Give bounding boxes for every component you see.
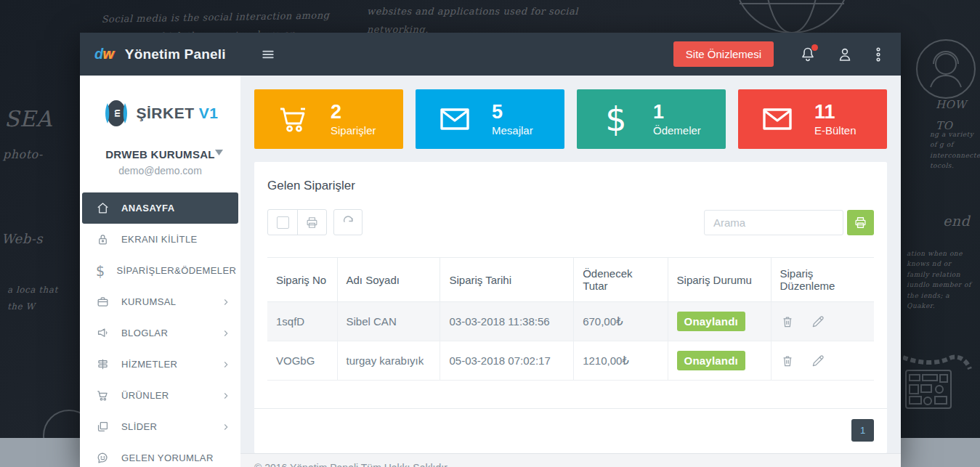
kebab-menu-icon[interactable] <box>873 46 883 63</box>
pagination: 1 <box>267 419 874 442</box>
site-preview-button[interactable]: Site Önizlemesi <box>673 41 774 67</box>
dw-logo[interactable]: dw <box>94 46 113 62</box>
chalk-note: ation when one knows nd or family relati… <box>907 248 973 311</box>
bulk-actions-group <box>267 209 327 235</box>
envelope-icon <box>437 102 472 137</box>
select-all-checkbox[interactable] <box>268 210 297 235</box>
chalk-note: a loca that the W <box>7 282 65 315</box>
chevron-right-icon <box>222 391 230 400</box>
print-button[interactable] <box>297 210 326 235</box>
sidebar-item-siparisler-odemeler[interactable]: $ SİPARİŞLER&ÖDEMELER <box>80 255 240 286</box>
main-content: 2 Siparişler 5 Mesajlar <box>240 76 901 467</box>
delete-icon[interactable] <box>780 314 795 329</box>
sidebar-item-ekrani-kilitle[interactable]: EKRANI KİLİTLE <box>80 224 240 255</box>
order-no-cell: 1sqfD <box>267 302 337 341</box>
date-cell: 03-03-2018 11:38:56 <box>440 302 574 341</box>
profile-email: demo@demo.com <box>80 165 240 176</box>
order-no-cell: VOGbG <box>267 341 337 381</box>
chevron-right-icon <box>222 360 230 369</box>
orders-table: Sipariş No Adı Soyadı Sipariş Tarihi Öde… <box>267 257 874 381</box>
col-edit: Sipariş Düzenleme <box>771 258 874 302</box>
sidebar-item-hizmetler[interactable]: HİZMETLER <box>80 349 240 380</box>
company-logo: m ŞİRKET V1 <box>80 76 240 137</box>
caret-down-icon <box>215 150 223 155</box>
chalk-note: Web-s <box>1 227 43 251</box>
chalk-note: photo- <box>3 144 43 166</box>
profile-dropdown[interactable]: DRWEB KURUMSAL demo@demo.com <box>80 137 240 190</box>
edit-icon[interactable] <box>811 314 825 329</box>
page-title: Yönetim Paneli <box>125 46 226 62</box>
chevron-right-icon <box>222 298 230 306</box>
checkbox[interactable] <box>277 216 289 229</box>
amount-cell: 1210,00₺ <box>574 341 668 381</box>
printer-icon <box>305 216 319 230</box>
stat-label: E-Bülten <box>814 124 857 137</box>
sidebar-item-gelen-yorumlar[interactable]: GELEN YORUMLAR <box>80 442 240 467</box>
chevron-right-icon <box>222 423 230 431</box>
status-badge: Onaylandı <box>677 351 745 370</box>
dashboard-cards: 2 Siparişler 5 Mesajlar <box>254 89 887 149</box>
orders-toolbar <box>267 209 874 235</box>
company-logo-icon: m <box>102 97 131 129</box>
stat-label: Siparişler <box>331 124 376 137</box>
comments-icon <box>96 451 110 465</box>
globe-sketch <box>726 0 857 36</box>
messages-stat-card[interactable]: 5 Mesajlar <box>416 89 564 149</box>
layers-icon <box>96 420 110 434</box>
lock-icon <box>96 232 110 246</box>
sidebar-toggle-icon[interactable] <box>261 47 275 62</box>
briefcase-icon <box>96 295 110 309</box>
stat-value: 11 <box>814 102 857 123</box>
support-person-sketch <box>912 36 980 102</box>
payments-stat-card[interactable]: $ 1 Ödemeler <box>577 89 726 149</box>
stat-label: Ödemeler <box>653 124 701 137</box>
orders-stat-card[interactable]: 2 Siparişler <box>254 89 403 149</box>
delete-icon[interactable] <box>780 354 795 368</box>
col-amount: Ödenecek Tutar <box>574 258 668 302</box>
refresh-button[interactable] <box>333 209 363 235</box>
notifications-bell-icon[interactable] <box>799 46 817 63</box>
col-name: Adı Soyadı <box>337 258 440 302</box>
sidebar-menu: ANASAYFA EKRANI KİLİTLE $ SİPARİŞLER&ÖDE… <box>80 192 240 467</box>
stat-value: 5 <box>492 102 533 123</box>
navbar-actions: Site Önizlemesi <box>673 41 883 67</box>
home-icon <box>96 201 110 215</box>
company-name: ŞİRKET V1 <box>136 105 218 122</box>
dollar-icon: $ <box>96 263 105 279</box>
name-cell: turgay karabıyık <box>337 341 440 381</box>
edit-icon[interactable] <box>811 354 825 368</box>
sidebar-item-urunler[interactable]: ÜRÜNLER <box>80 380 240 411</box>
status-badge: Onaylandı <box>677 312 745 331</box>
search-area <box>704 210 874 235</box>
refresh-icon <box>341 216 355 230</box>
print-export-button[interactable] <box>847 210 874 235</box>
cart-icon <box>276 102 311 137</box>
sidebar-item-slider[interactable]: SLİDER <box>80 411 240 442</box>
panel-title: Gelen Siparişler <box>267 179 874 193</box>
search-input[interactable] <box>704 210 843 235</box>
table-header-row: Sipariş No Adı Soyadı Sipariş Tarihi Öde… <box>267 258 874 302</box>
sidebar-item-bloglar[interactable]: BLOGLAR <box>80 317 240 349</box>
user-account-icon[interactable] <box>836 46 854 63</box>
page-button-1[interactable]: 1 <box>851 419 874 442</box>
sidebar-item-anasayfa[interactable]: ANASAYFA <box>82 192 238 224</box>
sidebar-item-kurumsal[interactable]: KURUMSAL <box>80 286 240 317</box>
stat-label: Mesajlar <box>492 124 533 137</box>
top-navbar: dw Yönetim Paneli Site Önizlemesi <box>80 33 901 76</box>
col-status: Sipariş Durumu <box>668 258 771 302</box>
stat-value: 2 <box>331 102 376 123</box>
chevron-right-icon <box>222 329 230 338</box>
date-cell: 05-03-2018 07:02:17 <box>440 341 574 381</box>
svg-text:m: m <box>112 110 122 118</box>
table-row: 1sqfD Sibel CAN 03-03-2018 11:38:56 670,… <box>267 302 874 341</box>
amount-cell: 670,00₺ <box>574 302 668 341</box>
col-date: Sipariş Tarihi <box>440 258 574 302</box>
admin-panel-window: dw Yönetim Paneli Site Önizlemesi <box>80 33 901 467</box>
printer-icon <box>854 216 867 230</box>
envelope-icon <box>760 102 795 137</box>
cart-icon <box>96 389 110 402</box>
incoming-orders-panel: Gelen Siparişler <box>254 162 887 453</box>
newsletter-stat-card[interactable]: 11 E-Bülten <box>738 89 887 149</box>
footer: © 2016 Yönetim Paneli Tüm Hakkı Saklıdır… <box>240 453 901 467</box>
chalk-note: end <box>943 208 970 234</box>
